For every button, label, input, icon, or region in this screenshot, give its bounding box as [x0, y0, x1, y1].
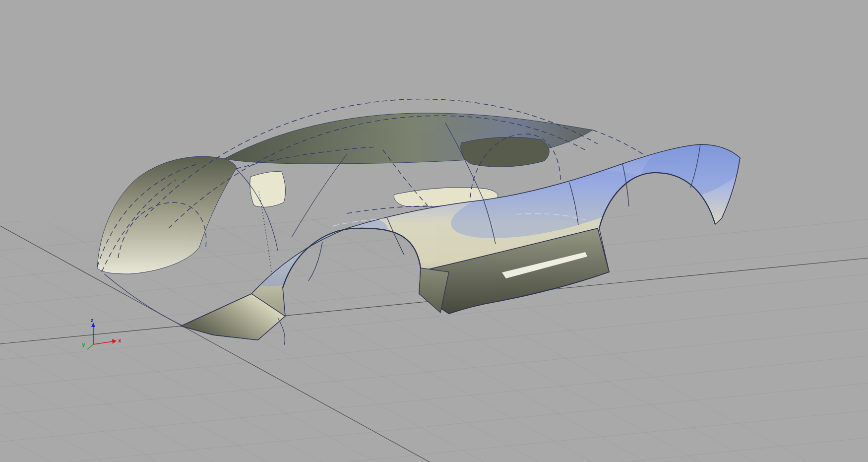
- grid-line: [0, 301, 868, 387]
- grid-line: [0, 315, 868, 462]
- grid-line: [0, 329, 868, 414]
- cad-viewport[interactable]: z x y: [0, 0, 868, 462]
- z-axis-label: z: [90, 317, 94, 324]
- far-bpillar-surface[interactable]: [461, 137, 549, 167]
- axis-gizmo: z x y: [82, 317, 122, 349]
- far-cowl-surface[interactable]: [250, 171, 286, 207]
- y-axis: [87, 344, 93, 349]
- grid-axis-line-steep: [0, 226, 430, 462]
- grid-line: [0, 345, 868, 462]
- grid-line: [0, 375, 868, 462]
- x-axis-arrow-icon: [112, 339, 117, 344]
- grid-line: [0, 285, 868, 462]
- x-axis-label: x: [118, 337, 122, 344]
- grid-line: [0, 434, 868, 462]
- grid-line: [0, 438, 868, 462]
- grid-line: [0, 356, 868, 442]
- grid-line: [0, 383, 868, 462]
- grid-line: [0, 410, 868, 462]
- viewport-3d-canvas[interactable]: z x y: [0, 0, 868, 462]
- y-axis-label: y: [82, 341, 85, 348]
- front-bumper-flow-curve[interactable]: [104, 274, 183, 326]
